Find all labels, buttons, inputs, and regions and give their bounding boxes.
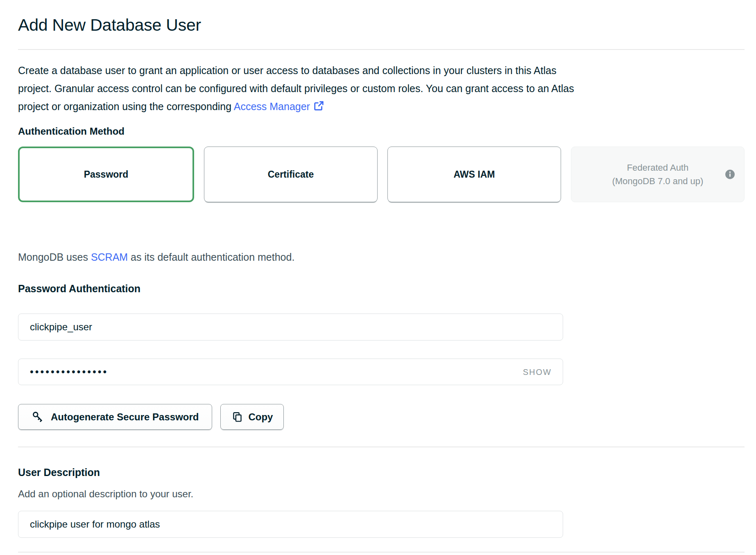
key-icon	[32, 411, 44, 423]
auth-option-aws-iam[interactable]: AWS IAM	[387, 147, 561, 202]
auth-method-options: Password Certificate AWS IAM Federated A…	[18, 147, 745, 202]
auth-option-aws-iam-label: AWS IAM	[454, 169, 495, 180]
intro-paragraph: Create a database user to grant an appli…	[18, 61, 745, 115]
user-description-subtext: Add an optional description to your user…	[18, 488, 745, 500]
auth-option-password[interactable]: Password	[18, 147, 194, 202]
autogenerate-password-label: Autogenerate Secure Password	[51, 411, 199, 423]
password-input[interactable]	[18, 359, 563, 385]
password-field-wrapper: SHOW	[18, 359, 563, 385]
scram-link[interactable]: SCRAM	[91, 251, 128, 263]
auth-option-federated-auth: Federated Auth (MongoDB 7.0 and up)	[571, 147, 745, 202]
intro-line-1: Create a database user to grant an appli…	[18, 65, 557, 76]
auth-method-heading: Authentication Method	[18, 125, 745, 138]
username-input[interactable]	[18, 314, 563, 341]
auth-option-password-label: Password	[84, 169, 129, 180]
autogenerate-password-button[interactable]: Autogenerate Secure Password	[18, 404, 212, 430]
user-description-input[interactable]	[18, 511, 563, 538]
password-auth-heading: Password Authentication	[18, 282, 745, 295]
title-divider	[18, 49, 745, 50]
scram-note-before: MongoDB uses	[18, 251, 91, 263]
auth-option-certificate-label: Certificate	[268, 169, 314, 180]
copy-button-label: Copy	[248, 411, 273, 423]
access-manager-link[interactable]: Access Manager	[234, 101, 324, 112]
info-icon[interactable]	[725, 169, 735, 180]
bottom-divider	[18, 552, 745, 553]
user-description-heading: User Description	[18, 466, 745, 479]
page-title: Add New Database User	[18, 15, 745, 35]
password-actions: Autogenerate Secure Password Copy	[18, 404, 745, 430]
scram-note-after: as its default authentication method.	[128, 251, 294, 263]
auth-option-federated-auth-label: Federated Auth (MongoDB 7.0 and up)	[612, 161, 704, 188]
auth-option-certificate[interactable]: Certificate	[204, 147, 378, 202]
section-divider	[18, 447, 745, 447]
intro-line-2: project. Granular access control can be …	[18, 83, 574, 94]
federated-auth-line-2: (MongoDB 7.0 and up)	[612, 174, 704, 188]
access-manager-link-label: Access Manager	[234, 101, 310, 112]
scram-note: MongoDB uses SCRAM as its default authen…	[18, 250, 745, 264]
external-link-icon	[313, 100, 324, 111]
intro-line-3: project or organization using the corres…	[18, 101, 234, 112]
copy-icon	[231, 411, 243, 423]
add-database-user-form: Add New Database User Create a database …	[18, 15, 745, 553]
copy-password-button[interactable]: Copy	[220, 404, 284, 430]
show-password-button[interactable]: SHOW	[523, 367, 552, 377]
federated-auth-line-1: Federated Auth	[627, 161, 688, 174]
